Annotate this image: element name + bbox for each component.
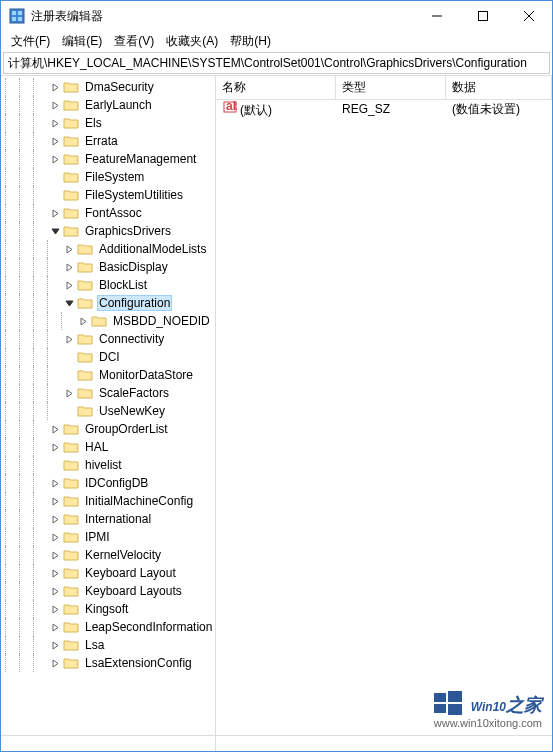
folder-icon xyxy=(77,278,93,292)
tree-toggle-icon[interactable] xyxy=(47,209,63,218)
menu-view[interactable]: 查看(V) xyxy=(108,31,160,52)
tree-item[interactable]: Keyboard Layout xyxy=(1,564,215,582)
tree-item-label: Kingsoft xyxy=(83,602,130,616)
tree-toggle-icon[interactable] xyxy=(61,245,77,254)
tree-item[interactable]: BasicDisplay xyxy=(1,258,215,276)
svg-rect-2 xyxy=(18,11,22,15)
tree-toggle-icon[interactable] xyxy=(47,551,63,560)
tree-item-label: FileSystemUtilities xyxy=(83,188,185,202)
folder-icon xyxy=(63,206,79,220)
tree-item[interactable]: LsaExtensionConfig xyxy=(1,654,215,672)
tree-item[interactable]: EarlyLaunch xyxy=(1,96,215,114)
tree-item[interactable]: DCI xyxy=(1,348,215,366)
col-type[interactable]: 类型 xyxy=(336,76,446,99)
folder-icon xyxy=(63,584,79,598)
tree-toggle-icon[interactable] xyxy=(47,569,63,578)
minimize-button[interactable] xyxy=(414,1,460,31)
tree-item[interactable]: FileSystemUtilities xyxy=(1,186,215,204)
list-row[interactable]: ab(默认)REG_SZ(数值未设置) xyxy=(216,100,552,118)
tree-toggle-icon[interactable] xyxy=(47,425,63,434)
tree-item[interactable]: HAL xyxy=(1,438,215,456)
tree-toggle-icon[interactable] xyxy=(47,137,63,146)
tree-item[interactable]: Kingsoft xyxy=(1,600,215,618)
tree-toggle-icon[interactable] xyxy=(47,587,63,596)
tree-item-label: Errata xyxy=(83,134,120,148)
tree-toggle-icon[interactable] xyxy=(47,515,63,524)
tree-toggle-icon[interactable] xyxy=(47,533,63,542)
svg-rect-6 xyxy=(479,12,488,21)
tree-toggle-icon[interactable] xyxy=(47,155,63,164)
tree-toggle-icon[interactable] xyxy=(61,263,77,272)
tree-toggle-icon[interactable] xyxy=(47,119,63,128)
tree-item[interactable]: Connectivity xyxy=(1,330,215,348)
col-name[interactable]: 名称 xyxy=(216,76,336,99)
tree-toggle-icon[interactable] xyxy=(47,101,63,110)
tree-toggle-icon[interactable] xyxy=(47,479,63,488)
value-name: (默认) xyxy=(240,103,272,117)
tree-toggle-icon[interactable] xyxy=(47,227,63,236)
tree-toggle-icon[interactable] xyxy=(47,641,63,650)
tree-toggle-icon[interactable] xyxy=(47,623,63,632)
folder-icon xyxy=(63,548,79,562)
maximize-button[interactable] xyxy=(460,1,506,31)
folder-icon xyxy=(63,134,79,148)
tree-toggle-icon[interactable] xyxy=(47,497,63,506)
svg-rect-4 xyxy=(18,17,22,21)
list-view[interactable]: 名称 类型 数据 ab(默认)REG_SZ(数值未设置) xyxy=(216,76,552,735)
tree-toggle-icon[interactable] xyxy=(61,281,77,290)
tree-item[interactable]: International xyxy=(1,510,215,528)
tree-item[interactable]: GraphicsDrivers xyxy=(1,222,215,240)
tree-item[interactable]: AdditionalModeLists xyxy=(1,240,215,258)
menu-favorites[interactable]: 收藏夹(A) xyxy=(160,31,224,52)
close-button[interactable] xyxy=(506,1,552,31)
tree-item-label: UseNewKey xyxy=(97,404,167,418)
tree-item-label: hivelist xyxy=(83,458,124,472)
tree-item[interactable]: GroupOrderList xyxy=(1,420,215,438)
tree-item[interactable]: LeapSecondInformation xyxy=(1,618,215,636)
tree-item-label: FeatureManagement xyxy=(83,152,198,166)
tree-item[interactable]: Els xyxy=(1,114,215,132)
tree-item[interactable]: InitialMachineConfig xyxy=(1,492,215,510)
address-bar[interactable]: 计算机\HKEY_LOCAL_MACHINE\SYSTEM\ControlSet… xyxy=(3,52,550,74)
tree-item[interactable]: Configuration xyxy=(1,294,215,312)
svg-text:ab: ab xyxy=(226,100,237,113)
tree-toggle-icon[interactable] xyxy=(47,83,63,92)
tree-view[interactable]: DmaSecurityEarlyLaunchElsErrataFeatureMa… xyxy=(1,76,216,735)
tree-item[interactable]: Errata xyxy=(1,132,215,150)
tree-toggle-icon[interactable] xyxy=(47,443,63,452)
menu-help[interactable]: 帮助(H) xyxy=(224,31,277,52)
tree-item[interactable]: IPMI xyxy=(1,528,215,546)
tree-toggle-icon[interactable] xyxy=(47,659,63,668)
tree-item[interactable]: KernelVelocity xyxy=(1,546,215,564)
tree-item-label: InitialMachineConfig xyxy=(83,494,195,508)
tree-item-label: LsaExtensionConfig xyxy=(83,656,194,670)
tree-item[interactable]: Keyboard Layouts xyxy=(1,582,215,600)
tree-item[interactable]: IDConfigDB xyxy=(1,474,215,492)
tree-item[interactable]: BlockList xyxy=(1,276,215,294)
tree-toggle-icon[interactable] xyxy=(47,605,63,614)
tree-item[interactable]: UseNewKey xyxy=(1,402,215,420)
tree-item-label: DCI xyxy=(97,350,122,364)
menu-edit[interactable]: 编辑(E) xyxy=(56,31,108,52)
tree-item-label: GroupOrderList xyxy=(83,422,170,436)
tree-item[interactable]: MonitorDataStore xyxy=(1,366,215,384)
tree-item[interactable]: DmaSecurity xyxy=(1,78,215,96)
tree-item[interactable]: FeatureManagement xyxy=(1,150,215,168)
tree-item[interactable]: Lsa xyxy=(1,636,215,654)
svg-rect-3 xyxy=(12,17,16,21)
app-icon xyxy=(9,8,25,24)
tree-item[interactable]: hivelist xyxy=(1,456,215,474)
tree-toggle-icon[interactable] xyxy=(61,389,77,398)
folder-icon xyxy=(63,476,79,490)
menu-file[interactable]: 文件(F) xyxy=(5,31,56,52)
tree-item[interactable]: FontAssoc xyxy=(1,204,215,222)
list-header: 名称 类型 数据 xyxy=(216,76,552,100)
tree-toggle-icon[interactable] xyxy=(61,335,77,344)
tree-item[interactable]: MSBDD_NOEDID xyxy=(1,312,215,330)
tree-toggle-icon[interactable] xyxy=(61,299,77,308)
tree-item[interactable]: ScaleFactors xyxy=(1,384,215,402)
tree-item[interactable]: FileSystem xyxy=(1,168,215,186)
tree-toggle-icon[interactable] xyxy=(75,317,91,326)
col-data[interactable]: 数据 xyxy=(446,76,552,99)
tree-item-label: LeapSecondInformation xyxy=(83,620,214,634)
